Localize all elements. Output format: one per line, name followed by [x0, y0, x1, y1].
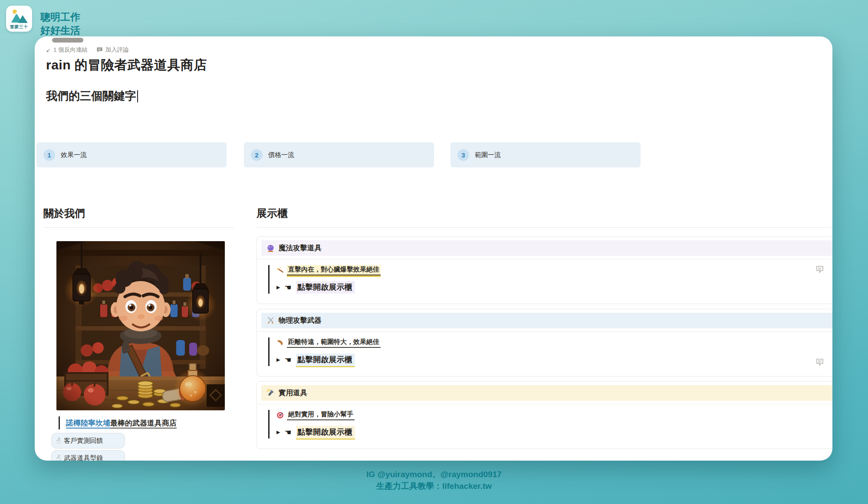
toggle-triangle-icon[interactable]: ▶	[276, 357, 280, 363]
add-comment-label: 加入評論	[105, 46, 129, 54]
about-divider	[43, 227, 234, 228]
magic-wand-icon	[276, 267, 284, 274]
quote-text: 距離特遠，範圍特大，效果絕佳	[287, 337, 381, 348]
pointing-left-icon: ☚	[284, 283, 291, 292]
open-showcase-toggle[interactable]: 點擊開啟展示櫃	[296, 353, 355, 366]
comment-bubble-icon[interactable]	[816, 358, 824, 366]
keywords-heading: 我們的三個關鍵字	[46, 88, 138, 104]
section-title: 實用道具	[279, 388, 307, 398]
section-quote: 直擊內在，對心臟爆擊效果絕佳 ▶ ☚ 點擊開啟展示櫃	[268, 265, 832, 294]
section-title: 物理攻擊武器	[279, 316, 322, 325]
callout-label: 效果一流	[61, 151, 87, 159]
shop-illustration	[56, 241, 225, 410]
section-quote: 距離特遠，範圍特大，效果絕佳 ▶ ☚ 點擊開啟展示櫃	[268, 337, 832, 366]
footer-site-line: 生產力工具教學：lifehacker.tw	[0, 480, 868, 492]
callout-keyword-3: 3 範圍一流	[450, 142, 641, 167]
callout-keyword-1: 1 效果一流	[36, 142, 227, 167]
number-badge: 3	[457, 149, 469, 161]
section-divider	[257, 331, 832, 332]
callout-keyword-2: 2 價格一流	[244, 142, 434, 167]
section-title: 魔法攻擊道具	[279, 243, 322, 253]
footer: IG @yuiraymond、@raymond0917 生產力工具教學：life…	[0, 468, 868, 492]
showcase-section-physical: 物理攻擊武器 距離特遠，範圍特大，效果絕佳 ▶ ☚ 點擊開啟展示櫃	[256, 309, 832, 376]
brand-slogan: 聰明工作 好好生活	[40, 10, 80, 37]
target-icon	[276, 412, 284, 419]
button-label: 客戶實測回饋	[64, 437, 103, 445]
backlinks-label: 1 個反向連結	[53, 46, 88, 54]
section-divider	[257, 404, 832, 404]
click-hand-icon: ☝✧	[55, 453, 62, 461]
flashlight-icon	[266, 389, 275, 397]
toggle-triangle-icon[interactable]: ▶	[276, 429, 280, 435]
desktop-background: 雷蒙三十 聰明工作 好好生活 ↙ 1 個反向連結 加入評論 rain 的冒險者武…	[0, 0, 868, 504]
showcase-heading: 展示櫃	[256, 206, 288, 220]
boomerang-icon	[276, 339, 284, 347]
customer-feedback-button[interactable]: ☝✧ 客戶實測回饋	[51, 433, 125, 448]
quote-text: 直擊內在，對心臟爆擊效果絕佳	[287, 265, 381, 275]
number-badge: 1	[43, 149, 55, 161]
callout-label: 範圍一流	[475, 151, 501, 159]
quote-text: 絕對實用，冒險小幫手	[287, 410, 355, 420]
number-badge: 2	[251, 149, 263, 161]
about-quote: 諾樽陸寧坎埔最棒的武器道具商店	[59, 416, 177, 429]
button-label: 武器道具型錄	[64, 454, 103, 461]
comment-bubble-icon[interactable]	[816, 265, 824, 273]
section-quote: 絕對實用，冒險小幫手 ▶ ☚ 點擊開啟展示櫃	[268, 410, 832, 439]
text-caret	[137, 90, 138, 102]
quote-bar	[59, 416, 60, 429]
pointing-left-icon: ☚	[284, 428, 291, 437]
brand-slogan-line1: 聰明工作	[40, 10, 80, 24]
open-showcase-toggle[interactable]: 點擊開啟展示櫃	[296, 281, 355, 294]
place-name-link[interactable]: 諾樽陸寧坎埔	[66, 419, 110, 429]
pointing-left-icon: ☚	[284, 355, 291, 365]
window-tab-pill	[52, 38, 83, 43]
brand-slogan-line2: 好好生活	[40, 24, 80, 37]
open-showcase-toggle[interactable]: 點擊開啟展示櫃	[296, 426, 355, 439]
comment-icon	[96, 47, 103, 53]
showcase-divider	[256, 227, 832, 228]
crystal-ball-icon	[266, 244, 275, 252]
page-title: rain 的冒險者武器道具商店	[46, 56, 207, 74]
showcase-section-utility: 實用道具 絕對實用，冒險小幫手 ▶ ☚ 點擊開啟展示櫃	[256, 381, 832, 449]
about-quote-text: 最棒的武器道具商店	[110, 419, 177, 429]
footer-ig-line: IG @yuiraymond、@raymond0917	[0, 468, 868, 480]
mountain-sun-icon	[10, 8, 29, 24]
callout-label: 價格一流	[268, 151, 294, 159]
backlinks-link[interactable]: ↙ 1 個反向連結	[46, 46, 88, 54]
section-header-utility[interactable]: 實用道具	[261, 385, 832, 401]
add-comment-link[interactable]: 加入評論	[96, 46, 129, 54]
notion-page-card: ↙ 1 個反向連結 加入評論 rain 的冒險者武器道具商店 我們的三個關鍵字 …	[35, 36, 832, 461]
section-header-magic[interactable]: 魔法攻擊道具	[261, 240, 832, 256]
backlink-arrow-icon: ↙	[46, 47, 51, 53]
page-meta-row: ↙ 1 個反向連結 加入評論	[46, 46, 129, 54]
showcase-section-magic: 魔法攻擊道具 直擊內在，對心臟爆擊效果絕佳 ▶ ☚ 點擊開啟展示櫃	[256, 236, 832, 304]
keywords-heading-text: 我們的三個關鍵字	[46, 88, 136, 104]
logo-text: 雷蒙三十	[10, 24, 28, 30]
weapon-catalog-button[interactable]: ☝✧ 武器道具型錄	[51, 450, 125, 461]
section-divider	[257, 259, 832, 259]
toggle-triangle-icon[interactable]: ▶	[276, 285, 280, 290]
click-hand-icon: ☝✧	[55, 435, 62, 445]
section-header-physical[interactable]: 物理攻擊武器	[261, 313, 832, 328]
crossed-swords-icon	[266, 317, 275, 325]
about-heading: 關於我們	[43, 206, 85, 220]
brand-logo: 雷蒙三十	[6, 6, 32, 32]
